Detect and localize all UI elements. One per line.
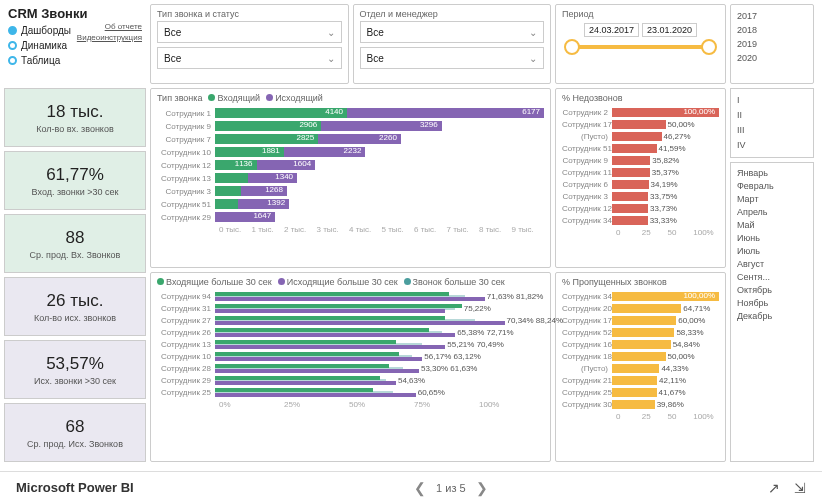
pager: ❮ 1 из 5 ❯ [414, 480, 488, 496]
year-slicer[interactable]: 2017 2018 2019 2020 [730, 4, 814, 84]
brand-label: Microsoft Power BI [16, 480, 134, 495]
period-slicer[interactable]: Период 24.03.2017 23.01.2020 [555, 4, 726, 84]
quarter-item[interactable]: IV [737, 138, 807, 153]
title-nav: CRM Звонки Дашборды Динамика Таблица Об … [4, 4, 146, 84]
bar-row: Сотрудник 1 4140 6177 [157, 107, 544, 119]
bar-row: Сотрудник 12 1136 1604 [157, 159, 544, 171]
bar-row: Сотрудник 20 64,71% [562, 303, 719, 314]
bar-row: Сотрудник 10 56,17% 63,12% [157, 351, 544, 362]
bar-row: Сотрудник 21 42,11% [562, 375, 719, 386]
kpi-column: 18 тыс.Кол-во вх. звонков 61,77%Вход. зв… [4, 88, 146, 462]
about-link[interactable]: Об отчете [77, 21, 142, 32]
month-item[interactable]: Август [737, 258, 807, 271]
bar-row: Сотрудник 31 75,22% [157, 303, 544, 314]
page-nav: Дашборды Динамика Таблица [8, 23, 71, 68]
chevron-down-icon: ⌄ [529, 53, 537, 64]
chart-title: % Недозвонов [562, 93, 719, 103]
bar-row: Сотрудник 12 33,73% [562, 203, 719, 214]
legend-dot-icon [404, 278, 411, 285]
bar-row: Сотрудник 27 70,34% 88,24% [157, 315, 544, 326]
radio-icon [8, 56, 17, 65]
kpi-outgoing-count: 26 тыс.Кол-во исх. звонков [4, 277, 146, 336]
month-item[interactable]: Декабрь [737, 310, 807, 323]
chart-dropped[interactable]: % Пропущенных звонков Сотрудник 34 100,0… [555, 272, 726, 462]
nav-table[interactable]: Таблица [8, 53, 71, 68]
bar-row: Сотрудник 3 1268 [157, 185, 544, 197]
year-item[interactable]: 2018 [737, 23, 807, 37]
nav-dashboards[interactable]: Дашборды [8, 23, 71, 38]
legend-dot-icon [208, 94, 215, 101]
chart-legend: Входящие больше 30 сек Исходящие больше … [157, 277, 544, 287]
period-to[interactable]: 23.01.2020 [642, 23, 697, 37]
next-page-button[interactable]: ❯ [476, 480, 488, 496]
period-dates: 24.03.2017 23.01.2020 [562, 23, 719, 37]
page-title: CRM Звонки [8, 6, 142, 21]
bar-row: Сотрудник 6 34,19% [562, 179, 719, 190]
period-label: Период [562, 9, 719, 19]
month-item[interactable]: Апрель [737, 206, 807, 219]
bar-row: Сотрудник 10 1881 2232 [157, 146, 544, 158]
bar-row: (Пусто) 44,33% [562, 363, 719, 374]
legend-dot-icon [157, 278, 164, 285]
month-item[interactable]: Январь [737, 167, 807, 180]
prev-page-button[interactable]: ❮ [414, 480, 426, 496]
month-item[interactable]: Ноябрь [737, 297, 807, 310]
chart-30sec[interactable]: Входящие больше 30 сек Исходящие больше … [150, 272, 551, 462]
month-item[interactable]: Февраль [737, 180, 807, 193]
footer: Microsoft Power BI ❮ 1 из 5 ❯ ↗ ⇲ [0, 471, 822, 503]
bar-row: Сотрудник 28 53,30% 61,63% [157, 363, 544, 374]
select-call-status[interactable]: Все⌄ [157, 47, 342, 69]
quarter-item[interactable]: III [737, 123, 807, 138]
month-item[interactable]: Июль [737, 245, 807, 258]
chart-missed[interactable]: % Недозвонов Сотрудник 2 100,00% Сотрудн… [555, 88, 726, 268]
quarter-slicer[interactable]: I II III IV [730, 88, 814, 158]
select-manager[interactable]: Все⌄ [360, 47, 545, 69]
bar-row: Сотрудник 26 65,38% 72,71% [157, 327, 544, 338]
bar-row: Сотрудник 29 1647 [157, 211, 544, 223]
month-item[interactable]: Июнь [737, 232, 807, 245]
select-call-type[interactable]: Все⌄ [157, 21, 342, 43]
nav-links: Об отчете Видеоинструкция [77, 21, 142, 68]
month-item[interactable]: Март [737, 193, 807, 206]
bar-row: Сотрудник 34 100,00% [562, 291, 719, 302]
chevron-down-icon: ⌄ [529, 27, 537, 38]
pager-text: 1 из 5 [436, 482, 466, 494]
bar-row: Сотрудник 11 35,37% [562, 167, 719, 178]
bar-row: Сотрудник 2 100,00% [562, 107, 719, 118]
fullscreen-icon[interactable]: ⇲ [794, 480, 806, 496]
month-item[interactable]: Октябрь [737, 284, 807, 297]
bar-row: Сотрудник 52 58,33% [562, 327, 719, 338]
select-dept[interactable]: Все⌄ [360, 21, 545, 43]
year-item[interactable]: 2020 [737, 51, 807, 65]
nav-dynamics[interactable]: Динамика [8, 38, 71, 53]
bar-row: Сотрудник 17 60,00% [562, 315, 719, 326]
radio-icon [8, 41, 17, 50]
period-slider[interactable] [570, 45, 711, 49]
year-item[interactable]: 2019 [737, 37, 807, 51]
legend-dot-icon [278, 278, 285, 285]
chevron-down-icon: ⌄ [327, 53, 335, 64]
bar-row: Сотрудник 9 35,82% [562, 155, 719, 166]
bar-row: Сотрудник 51 1392 [157, 198, 544, 210]
quarter-item[interactable]: I [737, 93, 807, 108]
year-item[interactable]: 2017 [737, 9, 807, 23]
bar-row: (Пусто) 46,27% [562, 131, 719, 142]
chart-call-type[interactable]: Тип звонка Входящий Исходящий Сотрудник … [150, 88, 551, 268]
kpi-incoming-30s: 61,77%Вход. звонки >30 сек [4, 151, 146, 210]
kpi-incoming-count: 18 тыс.Кол-во вх. звонков [4, 88, 146, 147]
bar-row: Сотрудник 13 55,21% 70,49% [157, 339, 544, 350]
filters: Тип звонка и статус Все⌄ Все⌄ Отдел и ме… [150, 4, 551, 84]
quarter-item[interactable]: II [737, 108, 807, 123]
bar-row: Сотрудник 29 54,63% [157, 375, 544, 386]
filter-label: Отдел и менеджер [360, 9, 545, 19]
video-link[interactable]: Видеоинструкция [77, 32, 142, 43]
month-slicer[interactable]: ЯнварьФевральМартАпрельМайИюньИюльАвгуст… [730, 162, 814, 462]
kpi-outgoing-30s: 53,57%Исх. звонки >30 сек [4, 340, 146, 399]
month-item[interactable]: Май [737, 219, 807, 232]
share-icon[interactable]: ↗ [768, 480, 780, 496]
period-from[interactable]: 24.03.2017 [584, 23, 639, 37]
month-item[interactable]: Сентя... [737, 271, 807, 284]
bar-row: Сотрудник 7 2825 2260 [157, 133, 544, 145]
bar-row: Сотрудник 34 33,33% [562, 215, 719, 226]
bar-row: Сотрудник 25 41,67% [562, 387, 719, 398]
